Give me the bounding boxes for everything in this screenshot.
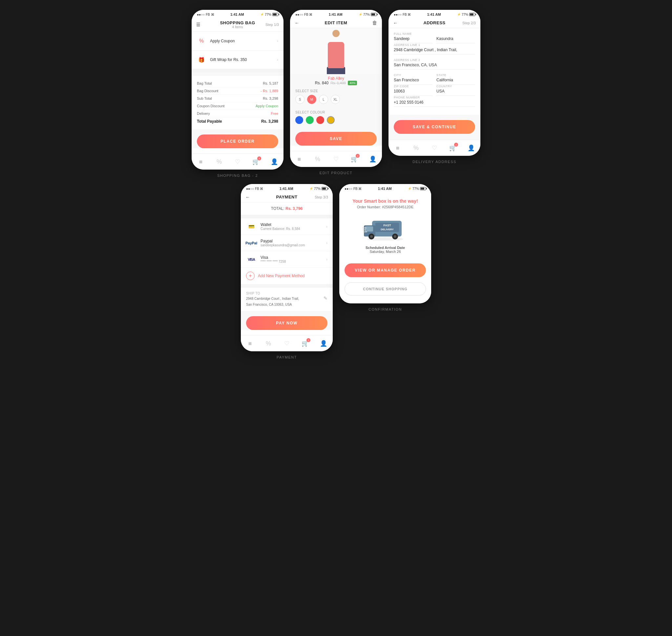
shopping-bag-screen: ●●○○ FB ⌘ 1:41 AM ⚡ 77% ☰ SHOPPING BAG 4… (192, 10, 284, 170)
address-coupon-nav[interactable]: % (409, 143, 423, 153)
bag-total-label: Bag Total (197, 81, 212, 85)
payment-home-nav[interactable]: ■ (244, 339, 256, 348)
place-order-button[interactable]: PLACE ORDER (197, 135, 278, 148)
country-value[interactable]: USA (436, 89, 475, 96)
size-s[interactable]: S (295, 95, 305, 104)
payment-cart-nav[interactable]: 🛒 3 (299, 339, 312, 348)
delivery-illustration: FAST DELIVERY (345, 214, 426, 240)
phone-group: Phone Number +1 202 555 0146 (394, 96, 475, 107)
svg-point-11 (370, 235, 373, 238)
color-yellow[interactable] (327, 116, 335, 124)
size-l[interactable]: L (319, 95, 328, 104)
address1-value[interactable]: 2948 Cambridge Court , Indian Trail, (394, 47, 475, 55)
product-figure (321, 30, 351, 73)
payment-back-icon[interactable]: ← (246, 195, 250, 200)
payment-sep1 (241, 215, 333, 218)
add-payment-row[interactable]: + Add New Payment Method (241, 267, 333, 284)
wishlist-nav-item[interactable]: ♡ (231, 157, 244, 166)
profile-nav-item[interactable]: 👤 (268, 157, 281, 166)
bag-discount-value: - Rs. 1,889 (261, 89, 278, 93)
size-m[interactable]: M (307, 95, 316, 104)
zip-value[interactable]: 10063 (394, 89, 433, 96)
visa-icon-container: VISA (246, 256, 256, 263)
ship-to-section: SHIP TO 2948 Cambridge Court , Indian Tr… (241, 288, 333, 311)
paypal-arrow: › (326, 241, 327, 245)
wallet-option[interactable]: 💳 Wallet Current Balance: Rs. 8,584 › (241, 218, 333, 235)
visa-arrow: › (326, 257, 327, 262)
address-home-nav[interactable]: ■ (391, 143, 404, 153)
zip-col: Zip Code 10063 (394, 85, 433, 96)
edit-cart-nav[interactable]: 🛒 3 (348, 155, 361, 164)
address-title: ADDRESS (423, 20, 445, 25)
edit-bottom-nav: ■ % ♡ 🛒 3 👤 (290, 151, 382, 167)
gift-wrap-item[interactable]: 🎁 Gift Wrap for Rs. 350 › (192, 51, 284, 69)
payment-wishlist-nav[interactable]: ♡ (280, 339, 293, 348)
apply-coupon-item[interactable]: % Apply Coupon › (192, 32, 284, 51)
total-payable-label: Total Payable (197, 119, 222, 124)
view-order-button[interactable]: VIEW OR MANAGE ORDER (345, 263, 426, 277)
ship-edit-icon[interactable]: ✎ (324, 296, 327, 301)
back-icon[interactable]: ← (295, 20, 299, 25)
coupon-discount-row[interactable]: Coupon Discount Apply Coupon (197, 102, 278, 110)
color-red[interactable] (316, 116, 324, 124)
paypal-option[interactable]: PayPal Paypal sandeepkasundra@gmail.com … (241, 235, 333, 251)
address-back-icon[interactable]: ← (393, 20, 398, 25)
payment-status-bar: ●●○○ FB ⌘ 1:41 AM ⚡ 77% (241, 184, 333, 192)
edit-battery (371, 13, 377, 16)
address2-value[interactable]: San Francisco, CA, USA (394, 63, 475, 69)
menu-icon[interactable]: ☰ (196, 22, 200, 27)
delivery-row: Delivery Free (197, 110, 278, 117)
add-payment-icon: + (246, 272, 255, 280)
payment-title: PAYMENT (276, 195, 297, 199)
city-col: City San Francisco (394, 74, 433, 85)
battery-icon (272, 13, 278, 16)
payment-coupon-nav[interactable]: % (262, 339, 275, 348)
save-continue-button[interactable]: SAVE & CONTINUE (394, 120, 475, 134)
country-col: Country USA (436, 85, 475, 96)
color-green[interactable] (306, 116, 314, 124)
bag-total-value: Rs. 5,187 (263, 81, 278, 85)
edit-wishlist-nav[interactable]: ♡ (329, 155, 343, 164)
svg-text:FAST: FAST (383, 224, 391, 227)
address-cart-nav[interactable]: 🛒 2 (446, 143, 459, 153)
payment-total-row: TOTAL: Rs. 3,796 (241, 202, 333, 215)
visa-name: Visa (261, 255, 326, 260)
delete-icon[interactable]: 🗑 (372, 20, 377, 26)
state-value[interactable]: California (436, 78, 475, 85)
continue-shopping-button[interactable]: CONTINUE SHOPPING (345, 282, 426, 296)
figure-head (332, 30, 340, 37)
payment-profile-nav[interactable]: 👤 (317, 339, 330, 348)
save-button[interactable]: SAVE (295, 132, 377, 146)
shopping-bag-nav: ☰ SHOPPING BAG 4 Items Step 1/3 (192, 18, 284, 32)
coupon-nav-item[interactable]: % (213, 157, 226, 166)
visa-option[interactable]: VISA Visa **** **** **** 7258 › (241, 251, 333, 267)
address-time: 1:41 AM (427, 13, 441, 16)
city-value[interactable]: San Francisco (394, 78, 433, 85)
address1-group: Address Line 1 2948 Cambridge Court , In… (394, 43, 475, 55)
total-payable-row: Total Payable Rs. 3,298 (197, 117, 278, 125)
phone-value[interactable]: +1 202 555 0146 (394, 100, 475, 107)
address-nav: ← ADDRESS Step 2/3 (388, 18, 480, 28)
price-old: Rs. 1,400 (330, 81, 346, 85)
nav-title: SHOPPING BAG (220, 20, 255, 25)
size-xl[interactable]: XL (331, 95, 340, 104)
cart-nav-item[interactable]: 🛒 3 (249, 157, 263, 166)
gift-icon: 🎁 (197, 55, 206, 64)
address-screen: ●●○○ FB ⌘ 1:41 AM ⚡ 77% ← ADDRESS Step 2… (388, 10, 480, 156)
pay-now-button[interactable]: PAY NOW (246, 316, 327, 330)
edit-coupon-nav[interactable]: % (311, 155, 324, 164)
phone-label: Phone Number (394, 96, 475, 99)
first-name-value[interactable]: Sandeep (394, 36, 433, 43)
last-name-value[interactable]: Kasundra (436, 36, 475, 43)
edit-profile-nav[interactable]: 👤 (366, 155, 379, 164)
edit-time: 1:41 AM (329, 13, 343, 16)
edit-home-nav[interactable]: ■ (293, 155, 306, 164)
home-nav-item[interactable]: ■ (194, 157, 207, 166)
coupon-discount-value[interactable]: Apply Coupon (256, 104, 278, 108)
color-blue[interactable] (295, 116, 303, 124)
color-options (295, 116, 377, 124)
address-profile-nav[interactable]: 👤 (465, 143, 478, 153)
svg-text:DELIVERY: DELIVERY (381, 228, 394, 231)
address-wishlist-nav[interactable]: ♡ (428, 143, 441, 153)
payment-sep2 (241, 284, 333, 288)
